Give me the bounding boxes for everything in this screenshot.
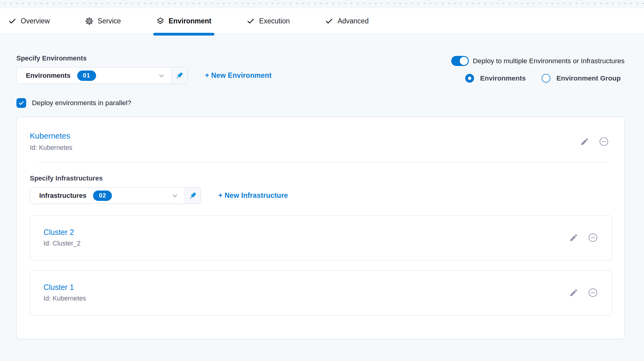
chevron-down-icon xyxy=(171,192,178,199)
tab-label: Environment xyxy=(169,17,212,25)
remove-infrastructure-button[interactable] xyxy=(588,232,598,243)
radio-environments-label: Environments xyxy=(480,74,526,82)
environments-count-badge: 01 xyxy=(77,70,96,81)
specify-infrastructures-heading: Specify Infrastructures xyxy=(30,174,609,182)
chevron-down-icon xyxy=(158,72,165,79)
check-icon xyxy=(18,100,24,106)
infrastructure-card-titles: Cluster 1 Id: Kubernetes xyxy=(43,283,86,302)
card-divider xyxy=(35,162,609,162)
tab-overview[interactable]: Overview xyxy=(5,8,53,34)
environment-tab-panel: Specify Environments Environments 01 xyxy=(0,34,644,339)
environments-dropdown-field[interactable]: Environments 01 xyxy=(17,67,171,84)
infrastructure-id-text: Id: Kubernetes xyxy=(43,295,86,302)
infrastructures-dropdown-label: Infrastructures xyxy=(39,192,86,200)
infrastructures-pin-button[interactable] xyxy=(185,187,201,204)
toggle-knob xyxy=(460,57,468,65)
deploy-parallel-label: Deploy environments in parallel? xyxy=(32,99,131,107)
environments-dropdown[interactable]: Environments 01 xyxy=(16,67,188,84)
radio-environment-group-label: Environment Group xyxy=(556,74,621,82)
check-icon xyxy=(247,17,255,25)
environments-dropdown-label: Environments xyxy=(26,72,71,80)
stage-tabbar: Overview Service Environment Execution A… xyxy=(0,8,644,34)
check-icon xyxy=(325,17,333,25)
deploy-parallel-checkbox[interactable] xyxy=(16,98,26,108)
gear-icon xyxy=(85,17,93,25)
infrastructure-card-cluster-2: Cluster 2 Id: Cluster_2 xyxy=(30,215,612,260)
infrastructures-count-badge: 02 xyxy=(93,191,112,201)
tab-label: Overview xyxy=(21,17,50,25)
infrastructure-id-text: Id: Cluster_2 xyxy=(43,240,81,247)
environments-pin-button[interactable] xyxy=(171,67,187,84)
infrastructures-dropdown-field[interactable]: Infrastructures 02 xyxy=(30,187,185,204)
infrastructure-name-link[interactable]: Cluster 1 xyxy=(43,283,86,292)
tab-label: Execution xyxy=(259,17,290,25)
remove-infrastructure-button[interactable] xyxy=(588,287,598,298)
environment-id-text: Id: Kubernetes xyxy=(30,144,72,152)
pushpin-icon xyxy=(188,191,197,200)
pipeline-canvas-dots xyxy=(0,0,644,8)
tab-label: Service xyxy=(98,17,121,25)
new-infrastructure-link[interactable]: + New Infrastructure xyxy=(218,191,288,200)
deploy-multiple-toggle-label: Deploy to multiple Environments or Infra… xyxy=(473,57,625,65)
infrastructure-card-cluster-1: Cluster 1 Id: Kubernetes xyxy=(30,270,612,315)
environment-name-link[interactable]: Kubernetes xyxy=(30,131,72,141)
tab-service[interactable]: Service xyxy=(82,8,124,34)
specify-environments-heading: Specify Environments xyxy=(16,54,272,62)
pencil-icon xyxy=(569,288,578,297)
pencil-icon xyxy=(580,137,589,146)
edit-infrastructure-button[interactable] xyxy=(569,288,578,297)
deploy-multiple-toggle[interactable] xyxy=(451,56,469,66)
minus-circle-icon xyxy=(599,136,609,147)
environment-card-titles: Kubernetes Id: Kubernetes xyxy=(30,131,72,152)
edit-infrastructure-button[interactable] xyxy=(569,233,578,242)
minus-circle-icon xyxy=(588,287,598,298)
infrastructure-name-link[interactable]: Cluster 2 xyxy=(43,228,81,237)
radio-unselected-icon xyxy=(542,74,550,83)
infrastructure-card-titles: Cluster 2 Id: Cluster_2 xyxy=(43,228,81,247)
pencil-icon xyxy=(569,233,578,242)
edit-environment-button[interactable] xyxy=(580,137,589,146)
check-icon xyxy=(8,17,16,25)
radio-selected-icon xyxy=(465,74,474,83)
tab-execution[interactable]: Execution xyxy=(244,8,293,34)
environment-card-kubernetes: Kubernetes Id: Kubernetes Specify In xyxy=(16,117,625,339)
tab-environment[interactable]: Environment xyxy=(153,8,215,34)
remove-environment-button[interactable] xyxy=(599,136,609,147)
infrastructures-dropdown[interactable]: Infrastructures 02 xyxy=(30,187,201,204)
tab-label: Advanced xyxy=(338,17,369,25)
tab-advanced[interactable]: Advanced xyxy=(322,8,372,34)
layers-icon xyxy=(156,17,164,25)
new-environment-link[interactable]: + New Environment xyxy=(205,71,272,80)
radio-environments[interactable]: Environments xyxy=(465,74,526,83)
radio-environment-group[interactable]: Environment Group xyxy=(542,74,621,83)
pushpin-icon xyxy=(175,71,184,80)
minus-circle-icon xyxy=(588,232,598,243)
